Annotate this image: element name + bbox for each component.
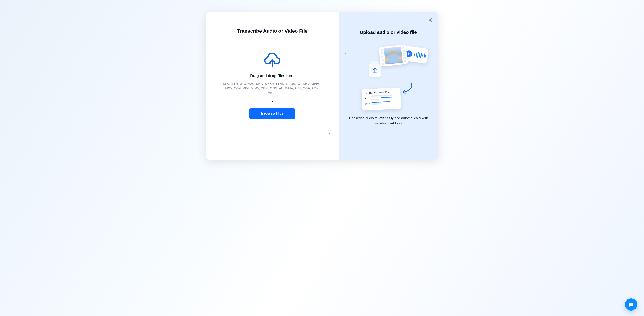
timestamp: 01:13 <box>365 102 370 105</box>
info-title: Upload audio or video file <box>360 29 417 35</box>
chat-button[interactable] <box>625 298 637 311</box>
close-button[interactable] <box>427 17 434 23</box>
upload-modal: Transcribe Audio or Video File Drag and … <box>206 12 438 160</box>
right-pane: Upload audio or video file <box>338 12 438 160</box>
file-dropzone[interactable]: Drag and drop files here MP3, MP4, WAV, … <box>214 42 330 134</box>
arrow-down-icon <box>402 82 414 96</box>
page-title: Transcribe Audio or Video File <box>237 28 308 34</box>
dropzone-heading: Drag and drop files here <box>250 74 294 78</box>
sparkle-icon <box>364 91 368 94</box>
video-card-icon <box>379 44 408 67</box>
upload-chip-icon <box>369 63 381 77</box>
film-strip-icon <box>380 48 384 65</box>
cloud-upload-icon <box>264 51 281 68</box>
svg-rect-0 <box>408 52 409 54</box>
film-strip-icon <box>402 46 406 63</box>
close-icon <box>428 18 432 22</box>
browse-files-button[interactable]: Browse files <box>249 108 296 119</box>
left-pane: Transcribe Audio or Video File Drag and … <box>206 12 338 160</box>
supported-formats: MP3, MP4, WAV, AAC, M4A, WEBM, FLAC, OPU… <box>222 81 322 95</box>
chat-icon <box>628 302 634 308</box>
timestamp: 01:12 <box>365 97 370 99</box>
video-thumbnail-icon <box>384 46 402 65</box>
svg-point-1 <box>366 93 367 94</box>
waveform-icon <box>414 51 426 59</box>
info-caption: Transcribe audio to text easily and auto… <box>348 116 429 126</box>
or-separator: or <box>271 99 274 103</box>
illustration: Transcription File 01:12 01:13 <box>345 42 432 114</box>
transcription-file-title: Transcription File <box>369 90 390 94</box>
transcription-file-card: Transcription File 01:12 01:13 <box>362 88 401 110</box>
